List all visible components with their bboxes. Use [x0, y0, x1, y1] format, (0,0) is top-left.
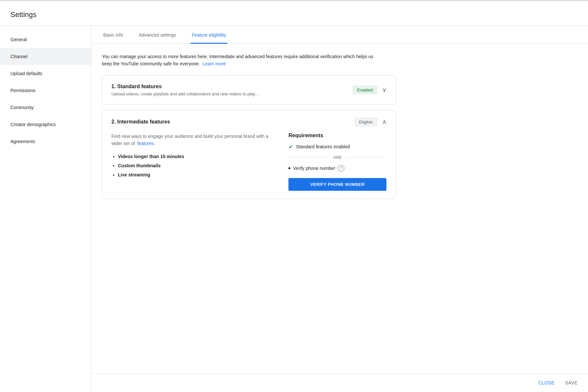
tab-feature-eligibility[interactable]: Feature eligibility	[190, 26, 227, 44]
intermediate-features-right: Eligible ∧	[355, 118, 386, 126]
tab-basic-info[interactable]: Basic info	[102, 26, 124, 44]
sidebar-item-community[interactable]: Community	[0, 99, 91, 116]
standard-features-chevron[interactable]: ∨	[382, 86, 386, 93]
list-item: Custom thumbnails	[118, 163, 275, 168]
content-body: You can manage your access to more featu…	[91, 44, 588, 373]
standard-features-info: 1. Standard features Upload videos, crea…	[111, 84, 259, 96]
intermediate-features-body: Find new ways to engage your audience an…	[111, 133, 386, 191]
intermediate-features-chevron[interactable]: ∧	[382, 118, 386, 125]
content-area: Basic info Advanced settings Feature eli…	[91, 26, 588, 392]
intermediate-features-header: 2. Intermediate features Eligible ∧	[111, 118, 386, 126]
list-item: Live streaming	[118, 172, 275, 177]
phone-req-label: Verify phone number	[293, 166, 335, 171]
standard-features-title: 1. Standard features	[111, 84, 259, 90]
intermediate-features-card: 2. Intermediate features Eligible ∧ Fin	[102, 110, 396, 199]
and-divider: AND	[288, 155, 386, 160]
settings-header: Settings	[0, 1, 588, 26]
help-icon[interactable]: ?	[338, 165, 344, 172]
bullet-dot	[288, 167, 290, 169]
verify-phone-button[interactable]: VERIFY PHONE NUMBER	[288, 178, 386, 191]
standard-enabled-label: Standard features enabled	[296, 144, 350, 149]
sidebar-item-permissions[interactable]: Permissions	[0, 82, 91, 99]
intermediate-features-left: Find new ways to engage your audience an…	[111, 133, 275, 191]
intermediate-desc: Find new ways to engage your audience an…	[111, 133, 275, 147]
sidebar-item-general[interactable]: General	[0, 31, 91, 48]
check-icon: ✓	[288, 144, 293, 150]
sidebar-item-channel[interactable]: Channel	[0, 48, 91, 65]
tabs: Basic info Advanced settings Feature eli…	[91, 26, 588, 44]
learn-more-link[interactable]: Learn more	[203, 61, 226, 66]
standard-features-badge: Enabled	[353, 86, 377, 94]
phone-req: Verify phone number ?	[288, 165, 386, 172]
tab-advanced-settings[interactable]: Advanced settings	[138, 26, 177, 44]
main-content: General Channel Upload defaults Permissi…	[0, 26, 588, 392]
sidebar-item-creator-demographics[interactable]: Creator demographics	[0, 116, 91, 133]
features-list: Videos longer than 15 minutes Custom thu…	[111, 154, 275, 177]
and-line-right	[346, 157, 386, 157]
standard-features-right: Enabled ∨	[353, 86, 386, 94]
features-link[interactable]: features	[137, 141, 154, 146]
description-text: You can manage your access to more featu…	[102, 53, 383, 68]
footer-bar: CLOSE SAVE	[91, 373, 588, 392]
and-label: AND	[333, 155, 341, 160]
standard-enabled-req: ✓ Standard features enabled	[288, 144, 386, 150]
standard-features-subtitle: Upload videos, create playlists and add …	[111, 91, 259, 96]
standard-features-header: 1. Standard features Upload videos, crea…	[111, 84, 386, 96]
close-button[interactable]: CLOSE	[538, 380, 555, 385]
sidebar-item-agreements[interactable]: Agreements	[0, 133, 91, 150]
list-item: Videos longer than 15 minutes	[118, 154, 275, 159]
intermediate-features-title: 2. Intermediate features	[111, 119, 170, 125]
sidebar-item-upload-defaults[interactable]: Upload defaults	[0, 65, 91, 82]
and-line-left	[288, 157, 329, 157]
requirements-panel: Requirements ✓ Standard features enabled…	[288, 133, 386, 191]
standard-features-card: 1. Standard features Upload videos, crea…	[102, 75, 396, 105]
page-wrapper: Settings General Channel Upload defaults…	[0, 0, 588, 392]
save-button[interactable]: SAVE	[565, 380, 578, 385]
sidebar: General Channel Upload defaults Permissi…	[0, 26, 91, 392]
settings-title: Settings	[10, 10, 37, 19]
intermediate-features-badge: Eligible	[355, 118, 377, 126]
requirements-title: Requirements	[288, 133, 386, 139]
